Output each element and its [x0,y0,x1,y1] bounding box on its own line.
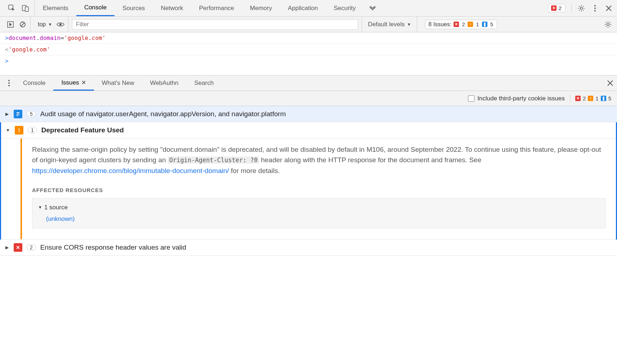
expand-icon[interactable]: ▶ [4,245,9,250]
collapse-icon[interactable]: ▼ [38,204,42,210]
tab-label: Network [161,5,183,12]
info-icon: ❚ [482,22,487,27]
chevron-down-icon: ▼ [48,22,52,27]
close-tab-icon[interactable]: ✕ [81,79,86,86]
source-row[interactable]: ▼ 1 source [38,203,600,212]
tab-label: Application [288,5,318,12]
tab-label: WebAuthn [150,79,179,87]
issue-count: 5 [27,111,36,117]
drawer-tab-whatsnew[interactable]: What's New [94,76,142,91]
divider [570,94,570,103]
divider [571,4,572,13]
svg-rect-14 [17,112,19,113]
svg-point-6 [594,10,596,12]
eye-icon[interactable] [57,21,64,28]
doc-link[interactable]: https://developer.chrome.com/blog/immuta… [32,167,229,174]
tab-label: Performance [199,5,234,12]
issue-detail: Relaxing the same-origin policy by setti… [1,138,616,240]
issue-row-warn[interactable]: ▼ ! 1 Deprecated Feature Used [1,122,616,138]
tab-label: Security [334,5,356,12]
console-log: document.domain = 'google.com' 'google.c… [0,32,617,67]
affected-title: AFFECTED RESOURCES [32,186,606,194]
drawer-tab-webauthn[interactable]: WebAuthn [142,76,186,91]
tab-memory[interactable]: Memory [242,0,280,16]
count: 5 [608,95,612,101]
issue-content: Relaxing the same-origin policy by setti… [22,138,616,239]
issue-title: Audit usage of navigator.userAgent, navi… [40,110,286,118]
console-output-line: 'google.com' [0,44,617,55]
warn-icon: ! [588,96,593,101]
issue-counts: ✕2 !1 ❚5 [575,95,612,101]
tab-security[interactable]: Security [326,0,364,16]
svg-point-11 [8,80,10,81]
chevron-right-icon [5,35,9,41]
error-count-badge[interactable]: ✕ 2 [548,4,566,12]
settings-icon[interactable] [604,21,612,28]
tab-label: Sources [122,5,145,12]
settings-icon[interactable] [577,4,585,12]
code-token: domain [40,35,60,41]
tab-elements[interactable]: Elements [35,0,76,16]
issues-count-label: 8 Issues: [428,21,451,28]
tab-label: What's New [102,79,134,87]
source-count: 1 source [44,203,68,212]
device-icon[interactable] [22,4,30,12]
svg-rect-16 [17,115,18,116]
collapse-icon[interactable]: ▼ [5,128,10,133]
close-icon[interactable] [606,79,614,87]
levels-select[interactable]: Default levels ▼ [362,17,417,32]
levels-label: Default levels [368,21,405,28]
expand-icon[interactable]: ▶ [4,112,9,117]
execute-icon[interactable] [6,21,14,28]
issue-description: Relaxing the same-origin policy by setti… [32,144,606,176]
tab-application[interactable]: Application [280,0,326,16]
tab-console[interactable]: Console [76,0,114,16]
toolbar-right: ✕ 2 [548,4,614,13]
issue-row-error[interactable]: ▶ ✕ 2 Ensure CORS response header values… [0,240,617,256]
third-party-checkbox[interactable]: Include third-party cookie issues [468,95,565,102]
inspect-icon[interactable] [8,4,16,12]
checkbox-label: Include third-party cookie issues [477,95,565,102]
info-icon: ❚ [601,96,606,101]
count: 1 [595,95,599,101]
error-icon: ✕ [14,243,22,252]
toolbar-left-icons [3,0,35,16]
affected-resources: AFFECTED RESOURCES ▼ 1 source (unknown) [32,186,606,228]
svg-point-3 [580,7,582,9]
svg-point-12 [8,82,10,84]
drawer-tab-issues[interactable]: Issues ✕ [53,76,94,91]
issue-text: header along with the HTTP response for … [259,156,482,164]
source-link[interactable]: (unknown) [38,212,600,224]
issue-count: 1 [28,127,37,133]
kebab-icon[interactable] [591,4,599,12]
console-input-line: document.domain = 'google.com' [0,32,617,44]
context-select[interactable]: top ▼ [38,21,52,28]
more-tabs-icon[interactable] [369,4,377,12]
chevron-left-icon [5,46,9,53]
console-output: 'google.com' [9,46,50,53]
drawer-tab-console[interactable]: Console [15,76,53,91]
code-token: . [36,35,40,41]
issues-pill[interactable]: 8 Issues: ✕2 !1 ❚5 [425,20,497,29]
active-issue-panel: ▼ ! 1 Deprecated Feature Used Relaxing t… [0,122,617,240]
ban-icon[interactable] [19,21,27,28]
header-code: Origin-Agent-Cluster: ?0 [168,156,259,164]
tab-label: Search [194,79,214,87]
console-prompt[interactable]: > [0,55,617,67]
tab-performance[interactable]: Performance [191,0,242,16]
tab-sources[interactable]: Sources [114,0,153,16]
info-icon [14,110,22,118]
kebab-icon[interactable] [5,79,13,87]
checkbox-input[interactable] [468,95,474,102]
filter-input[interactable] [72,19,358,30]
tab-label: Issues [61,79,79,86]
issue-text: for more details. [229,167,280,174]
drawer-tab-search[interactable]: Search [186,76,222,91]
warn-icon: ! [468,22,473,27]
warn-icon: ! [15,126,23,135]
code-token: 'google.com' [64,35,106,41]
close-icon[interactable] [605,4,613,12]
issue-row-info[interactable]: ▶ 5 Audit usage of navigator.userAgent, … [0,106,617,122]
main-tabs: Elements Console Sources Network Perform… [35,0,377,16]
tab-network[interactable]: Network [153,0,191,16]
